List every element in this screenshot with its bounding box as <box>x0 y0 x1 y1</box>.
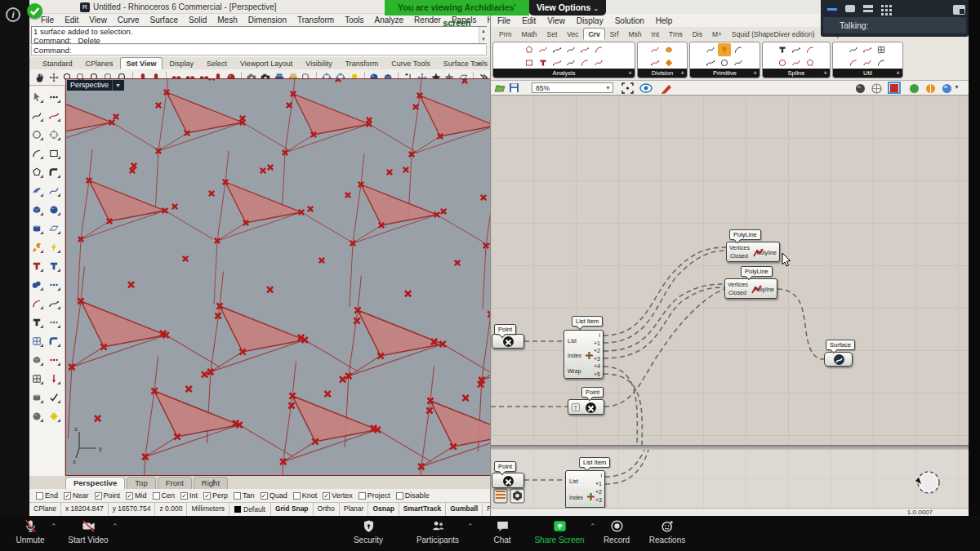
checkbox-icon[interactable] <box>64 492 71 500</box>
palette-group-label[interactable]: Util+ <box>833 69 902 78</box>
checkbox-icon[interactable] <box>234 492 241 500</box>
security-button[interactable]: Security <box>332 518 405 544</box>
osnap-toggle[interactable]: Cen <box>153 491 176 500</box>
osnap-toggle[interactable]: Quad <box>261 491 287 500</box>
curve-tool-icon[interactable] <box>790 56 803 69</box>
preview-eye-icon[interactable] <box>639 83 653 93</box>
cursor-tool-icon[interactable] <box>30 90 44 104</box>
component-tab[interactable]: Msh <box>624 28 647 40</box>
node-label-bubble[interactable]: Surface <box>826 340 855 350</box>
gh-node-point[interactable] <box>492 334 524 349</box>
node-label-bubble[interactable]: List Item <box>579 457 610 468</box>
poly-tool-icon[interactable] <box>804 56 817 69</box>
status-field[interactable]: y 16570.754 <box>109 503 156 516</box>
unmute-options-caret[interactable]: ⌃ <box>51 522 57 531</box>
gh-node-point[interactable] <box>492 473 524 488</box>
viewport-tab[interactable]: Perspective <box>65 477 125 489</box>
diam-tool-icon[interactable] <box>662 56 675 69</box>
menu-item[interactable]: Help <box>656 16 673 25</box>
curve-tool-icon[interactable] <box>564 43 577 56</box>
checkbox-icon[interactable] <box>36 492 43 500</box>
rect-tool-icon[interactable] <box>523 56 536 69</box>
canvas-zoom-select[interactable]: 85% ▼ <box>532 82 613 93</box>
curve2-tool-icon[interactable] <box>550 56 564 69</box>
layer-field[interactable]: Default <box>229 503 271 516</box>
command-prompt[interactable]: Command: <box>31 45 487 56</box>
node-label-bubble[interactable]: List Item <box>572 316 603 327</box>
command-scrollbar[interactable]: ▲▼ <box>479 27 488 43</box>
command-history[interactable]: 1 surface added to selection. Command: _… <box>31 26 487 44</box>
grid-tool-icon[interactable] <box>30 334 44 348</box>
arc-tool-icon[interactable] <box>592 43 605 56</box>
node-label-bubble[interactable]: Point <box>581 387 604 398</box>
checkbox-icon[interactable] <box>359 492 366 500</box>
component-tab[interactable]: Vec <box>562 28 583 40</box>
node-label-bubble[interactable]: Point <box>494 461 516 472</box>
component-tab[interactable]: Math <box>517 28 542 40</box>
curve-tool-icon[interactable] <box>47 184 61 198</box>
status-field[interactable]: CPlane <box>29 503 61 516</box>
component-tab[interactable]: Dis <box>688 28 707 40</box>
menu-item[interactable]: Mesh <box>217 16 237 24</box>
patch-tool-icon[interactable] <box>30 184 44 198</box>
poly-tool-icon[interactable] <box>523 43 536 56</box>
menu-item[interactable]: File <box>497 16 510 25</box>
status-toggle[interactable]: SmartTrack <box>399 503 446 516</box>
component-tab[interactable]: Trns <box>664 28 688 40</box>
toolbar-tab[interactable]: Set View <box>120 57 163 69</box>
node-label-bubble[interactable]: PolyLine <box>741 266 773 277</box>
arc-tool-icon[interactable] <box>804 43 817 56</box>
component-tab[interactable]: M+ <box>707 28 727 40</box>
menu-item[interactable]: Transform <box>297 16 334 24</box>
gh-node-surface[interactable] <box>824 352 853 367</box>
viewport-tab[interactable]: Front <box>158 477 192 489</box>
grid-tool-icon[interactable] <box>875 43 888 56</box>
arc-tool-icon[interactable] <box>30 296 44 310</box>
checkbox-icon[interactable] <box>126 492 133 500</box>
tee-tool-icon[interactable] <box>537 56 550 69</box>
checkbox-icon[interactable] <box>396 492 403 500</box>
share-options-caret[interactable]: ⌃ <box>590 522 596 531</box>
speaker-view-icon[interactable] <box>845 5 855 12</box>
palette-group-label[interactable]: Division+ <box>638 69 687 78</box>
menu-item[interactable]: File <box>41 16 54 24</box>
toolbar-tab[interactable]: Transform <box>339 57 385 69</box>
tee-tool-icon[interactable] <box>776 43 789 56</box>
curve-tool-icon[interactable] <box>732 56 745 69</box>
bolt-tool-icon[interactable] <box>47 240 61 254</box>
video-options-caret[interactable]: ⌃ <box>112 522 118 531</box>
rhino-viewport[interactable]: z y x <box>65 78 517 476</box>
poly-tool-icon[interactable] <box>30 165 44 179</box>
hand-tool-icon[interactable] <box>33 70 47 84</box>
cube-tool-icon[interactable] <box>30 202 44 216</box>
strip-view-icon[interactable] <box>863 5 873 12</box>
menu-item[interactable]: Dimension <box>248 16 287 24</box>
tee-tool-icon[interactable] <box>30 315 44 329</box>
toolbar-tab[interactable]: Display <box>163 57 200 69</box>
checkbox-icon[interactable] <box>293 492 301 500</box>
curve-tool-icon[interactable] <box>537 43 550 56</box>
component-tab[interactable]: Set <box>542 28 563 40</box>
reactions-button[interactable]: Reactions <box>630 518 704 544</box>
tool-tool-icon[interactable] <box>30 240 44 254</box>
view-options-button[interactable]: View Options ⌄ <box>529 0 606 16</box>
participants-button[interactable]: Participants <box>401 518 474 544</box>
participants-options-caret[interactable]: ⌃ <box>467 522 474 531</box>
pin-tool-icon[interactable] <box>47 371 61 385</box>
curve2-tool-icon[interactable] <box>47 109 61 122</box>
orange-preview-icon[interactable] <box>925 83 936 94</box>
status-field[interactable]: z 0.000 <box>155 503 187 516</box>
viewport-title-dropdown[interactable]: Perspective ▼ <box>67 80 124 91</box>
curve2-tool-icon[interactable] <box>704 56 717 69</box>
toolbar-tab[interactable]: Curve Tools <box>385 57 436 69</box>
tabs-overflow-button[interactable]: » <box>477 60 481 68</box>
minimize-icon[interactable] <box>827 8 837 11</box>
menu-item[interactable]: Solid <box>189 16 207 24</box>
node-label-bubble[interactable]: Point <box>494 324 516 335</box>
menu-item[interactable]: Edit <box>65 16 78 24</box>
curve-tool-icon[interactable] <box>861 56 874 69</box>
arc-tool-icon[interactable] <box>732 43 745 56</box>
status-field[interactable]: Millimeters <box>187 503 229 516</box>
checkbox-icon[interactable] <box>180 492 188 500</box>
sphere-tool-icon[interactable] <box>47 202 61 216</box>
